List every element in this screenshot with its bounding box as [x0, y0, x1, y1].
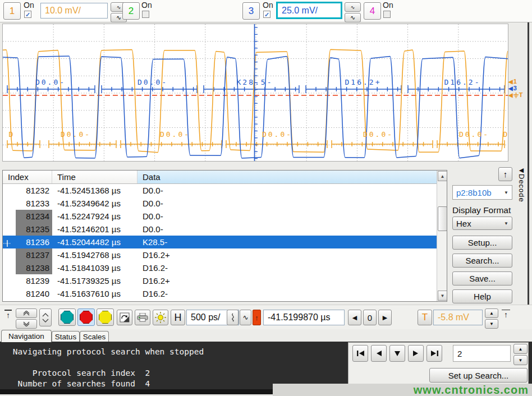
decode-bus-select[interactable]: p2:8b10b▼	[452, 185, 512, 200]
export-screen-button[interactable]	[117, 310, 132, 325]
sun-icon	[155, 312, 166, 323]
cell-time: -41.51942768 µs	[52, 248, 137, 261]
spin-up-icon[interactable]: ▲	[485, 308, 498, 318]
zoom-in-time-button[interactable]	[227, 310, 239, 325]
cell-index: 81239	[3, 274, 52, 287]
cell-data: D16.2-	[137, 261, 437, 274]
trigger-level-spinner: ▲ ▼	[485, 308, 498, 329]
channel-3-button[interactable]: 3	[242, 2, 260, 20]
left-arrow-icon: ◀	[508, 85, 513, 91]
nav-next-button[interactable]	[408, 345, 424, 362]
tab-status[interactable]: Status	[52, 331, 80, 342]
double-chevron-up-icon[interactable]	[16, 308, 37, 318]
channel-3-on-label: On	[263, 1, 273, 10]
column-header-index[interactable]: Index	[3, 171, 52, 183]
setup-button[interactable]: Setup...	[452, 236, 512, 250]
display-format-select[interactable]: Hex▼	[452, 217, 512, 230]
channel-3-level-marker[interactable]: ◀3	[508, 85, 517, 91]
spin-up-icon[interactable]: ▲	[513, 344, 528, 354]
decode-label: D0.0-	[262, 130, 292, 139]
channel-2-on-checkbox[interactable]	[142, 11, 149, 18]
column-header-time[interactable]: Time	[52, 171, 137, 183]
channel-1-on-checkbox[interactable]: ✓	[24, 11, 31, 18]
cell-time: -41.52349642 µs	[52, 197, 137, 210]
nav-last-button[interactable]	[426, 345, 442, 362]
nav-previous-button[interactable]	[371, 345, 387, 362]
brightness-button[interactable]	[153, 310, 168, 325]
table-row[interactable]: 81237-41.51942768 µsD16.2+	[3, 248, 437, 261]
cell-data: D0.0-	[137, 223, 437, 236]
tab-scales[interactable]: Scales	[80, 331, 109, 342]
channel-1-level-marker[interactable]: ◀1	[508, 79, 517, 85]
table-row[interactable]: 81232-41.52451368 µsD0.0-	[3, 184, 437, 197]
table-row[interactable]: 81238-41.51841039 µsD16.2-	[3, 261, 437, 274]
search-index-field[interactable]: 2	[453, 345, 511, 362]
table-row[interactable]: 81239-41.51739325 µsD16.2+	[3, 274, 437, 287]
collapse-panel-button[interactable]: ↑	[498, 167, 512, 181]
help-button[interactable]: Help	[452, 289, 512, 303]
table-row[interactable]: 81234-41.52247924 µsD0.0-	[3, 210, 437, 223]
search-button[interactable]: Search...	[452, 254, 512, 268]
tab-navigation[interactable]: Navigation	[1, 330, 52, 342]
scale-fine-icon[interactable]: ∿	[345, 2, 361, 12]
oscilloscope-app: { "channels": { "on_label": "On", "ch1":…	[0, 0, 532, 396]
window-splitter[interactable]	[528, 22, 529, 329]
column-header-data[interactable]: Data	[137, 171, 437, 183]
cell-data: D16.2+	[137, 274, 437, 287]
scale-coarse-icon[interactable]: ∿	[345, 13, 361, 22]
save-button[interactable]: Save...	[452, 271, 512, 286]
scroll-down-icon[interactable]: ▼	[438, 291, 447, 301]
position-left-button[interactable]: ◀	[348, 310, 361, 325]
scroll-up-icon[interactable]: ▲	[438, 171, 447, 181]
waveform-plot[interactable]: D0.0-D0.0-K28.5-D16.2+D16.2-DD0.0-D0.0-D…	[2, 24, 508, 162]
spin-down-icon[interactable]: ▼	[513, 355, 528, 365]
table-row[interactable]: 81235-41.52146201 µsD0.0-	[3, 223, 437, 236]
single-octagon-icon	[99, 311, 112, 324]
decode-label: D0.0-	[459, 130, 489, 139]
channel-1-button[interactable]: 1	[3, 2, 21, 20]
scrollbar-thumb[interactable]	[438, 206, 447, 231]
channel-1-scale-field[interactable]: 10.0 mV/	[40, 3, 108, 19]
table-row[interactable]: 81240-41.51637610 µsD16.2-	[3, 287, 437, 300]
fine-pan-button[interactable]	[39, 308, 52, 326]
down-icon	[395, 351, 400, 356]
up-arrow-icon: ↑	[255, 314, 259, 322]
timebase-reference-button[interactable]: ↑	[253, 310, 261, 325]
channel-4-on-label: On	[383, 1, 393, 10]
position-right-button[interactable]: ▶	[378, 310, 392, 325]
table-row[interactable]: 81236-41.52044482 µsK28.5-	[3, 236, 437, 248]
run-button[interactable]	[58, 308, 76, 326]
cell-index: 81240	[3, 287, 52, 300]
stop-button[interactable]	[77, 308, 95, 326]
channel-4-on-checkbox[interactable]	[383, 11, 391, 18]
trigger-level-field[interactable]: -5.8 mV	[433, 310, 483, 325]
chevron-down-icon: ▼	[504, 221, 508, 226]
table-row[interactable]: 81233-41.52349642 µsD0.0-	[3, 197, 437, 210]
horizontal-menu-button[interactable]: H	[171, 310, 185, 325]
set-up-search-button[interactable]: Set up Search...	[429, 368, 528, 383]
decode-label: D16.2-	[444, 78, 481, 86]
channel-2-button[interactable]: 2	[122, 2, 140, 20]
previous-icon	[376, 351, 382, 356]
right-arrow-icon: ▶	[383, 314, 387, 321]
table-header: Index Time Data	[3, 171, 437, 184]
channel-3-on-checkbox[interactable]: ✓	[263, 11, 270, 18]
trigger-level-marker[interactable]: ◀ T	[508, 92, 522, 98]
printer-icon	[137, 313, 148, 322]
double-chevron-down-icon[interactable]	[16, 319, 37, 329]
trigger-menu-button[interactable]: T	[418, 310, 432, 325]
decode-side-tab[interactable]: ◀ Decode	[515, 167, 528, 240]
channel-3-scale-field[interactable]: 25.0 mV/	[276, 2, 342, 19]
single-button[interactable]	[97, 308, 114, 326]
horizontal-position-field[interactable]: -41.5199870 µs	[263, 310, 345, 325]
position-zero-button[interactable]: 0	[363, 310, 377, 325]
table-scrollbar[interactable]: ▲ ▼	[437, 171, 447, 301]
nav-current-button[interactable]	[389, 345, 405, 362]
spin-down-icon[interactable]: ▼	[485, 319, 498, 329]
channel-4-button[interactable]: 4	[364, 2, 381, 20]
cell-data: K28.5-	[137, 236, 437, 248]
print-button[interactable]	[135, 310, 150, 325]
cell-data: D0.0-	[137, 210, 437, 223]
nav-first-button[interactable]	[352, 345, 368, 362]
zoom-out-time-button[interactable]: ∿	[240, 310, 251, 325]
